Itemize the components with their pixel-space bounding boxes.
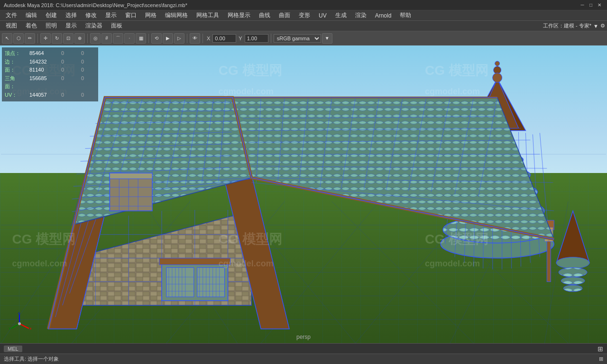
select-tool-btn[interactable]: ↖	[2, 33, 12, 44]
color-space-dropdown[interactable]: ▼	[322, 33, 332, 44]
snap-surface-btn[interactable]: ▦	[136, 33, 146, 44]
svg-marker-122	[556, 211, 589, 263]
ipr-btn[interactable]: ▷	[174, 33, 184, 44]
tab-lighting[interactable]: 照明	[42, 21, 61, 31]
main-viewport-area: CG 模型网 cgmodel.com CG 模型网 cgmodel.com CG…	[0, 46, 607, 364]
edges-value: 164232	[29, 58, 55, 66]
menu-uv[interactable]: UV	[315, 11, 331, 20]
faces-value: 81140	[29, 66, 55, 74]
vertices-value: 85464	[29, 49, 55, 58]
edges-col4: 0	[81, 58, 95, 66]
vertices-label: 顶点：	[5, 49, 24, 58]
svg-text:Y: Y	[9, 327, 11, 331]
svg-text:X: X	[29, 327, 31, 331]
toolbar: ↖ ⬡ ✏ ✛ ↻ ⊡ ⊕ ◎ # ⌒ · ▦ ⟲ ▶ ▷ 👁 X Y sRGB…	[0, 31, 607, 46]
paint-sel-btn[interactable]: ✏	[25, 33, 35, 44]
vertices-col4: 0	[81, 49, 95, 58]
history-btn[interactable]: ⟲	[151, 33, 162, 44]
snap-curve-btn[interactable]: ⌒	[113, 33, 123, 44]
status-right-icon[interactable]: ⊞	[599, 356, 603, 362]
sep4	[187, 34, 187, 43]
menu-edit-mesh[interactable]: 编辑网格	[161, 10, 192, 20]
menu-modify[interactable]: 修改	[82, 10, 101, 20]
translate-x-input[interactable]	[212, 34, 236, 43]
translate-x-label: X	[205, 36, 212, 41]
workspace-settings-icon[interactable]: ⚙	[600, 23, 605, 29]
menu-mesh-tools[interactable]: 网格工具	[193, 10, 223, 20]
uv-col3: 0	[61, 91, 75, 100]
menu-window[interactable]: 窗口	[121, 10, 140, 20]
house-model-svg	[0, 60, 607, 343]
menu-arnold[interactable]: Arnold	[371, 11, 395, 20]
menu-edit[interactable]: 编辑	[22, 10, 41, 20]
menu-surfaces[interactable]: 曲面	[275, 10, 294, 20]
svg-text:Z: Z	[18, 312, 20, 315]
close-button[interactable]: ✕	[596, 1, 603, 9]
workspace-dropdown-icon[interactable]: ▼	[593, 23, 598, 29]
title-bar: Autodesk Maya 2018: C:\Users\admin\Deskt…	[0, 0, 607, 10]
show-hide-btn[interactable]: 👁	[190, 33, 200, 44]
svg-point-125	[561, 277, 585, 284]
menu-cache[interactable]: 渲染	[351, 10, 370, 20]
menu-generate[interactable]: 生成	[331, 10, 350, 20]
menu-create[interactable]: 创建	[42, 10, 61, 20]
translate-y-input[interactable]	[245, 34, 268, 43]
tris-col3: 0	[61, 74, 75, 91]
tab-show[interactable]: 显示	[62, 21, 81, 31]
workspace-label: 工作区：建模 - 专家*	[543, 22, 591, 29]
svg-point-109	[493, 73, 502, 82]
svg-point-123	[556, 257, 589, 269]
snap-grid-btn[interactable]: #	[101, 33, 112, 44]
status-text: 选择工具: 选择一个对象	[4, 355, 599, 363]
uv-col4: 0	[81, 91, 95, 100]
command-input[interactable]	[24, 346, 598, 352]
tab-panels[interactable]: 面板	[107, 21, 126, 31]
menu-help[interactable]: 帮助	[396, 10, 415, 20]
faces-label: 面：	[5, 66, 24, 74]
universal-manip-btn[interactable]: ⊕	[74, 33, 85, 44]
faces-col3: 0	[61, 66, 75, 74]
menu-mesh[interactable]: 网格	[141, 10, 160, 20]
minimize-button[interactable]: ─	[579, 1, 586, 9]
scale-tool-btn[interactable]: ⊡	[63, 33, 74, 44]
menu-mesh-display[interactable]: 网格显示	[224, 10, 254, 20]
snap-point-btn[interactable]: ·	[124, 33, 135, 44]
viewport[interactable]: CG 模型网 cgmodel.com CG 模型网 cgmodel.com CG…	[0, 46, 607, 364]
menu-display[interactable]: 显示	[101, 10, 120, 20]
svg-point-107	[495, 61, 500, 66]
menu-curves[interactable]: 曲线	[255, 10, 274, 20]
soft-sel-btn[interactable]: ◎	[90, 33, 101, 44]
tris-value: 156685	[29, 74, 55, 91]
cmd-grid-icon[interactable]: ⊞	[598, 345, 603, 353]
tris-col4: 0	[81, 74, 95, 91]
menu-deform[interactable]: 变形	[295, 10, 314, 20]
tab-shading[interactable]: 着色	[22, 21, 41, 31]
window-controls: ─ □ ✕	[579, 1, 603, 9]
sep6	[271, 34, 271, 43]
color-space-select[interactable]: sRGB gamma	[274, 34, 321, 43]
sep1	[37, 34, 38, 43]
stats-panel: 顶点： 85464 0 0 边： 164232 0 0 面： 81140 0 0…	[2, 47, 98, 101]
svg-rect-40	[159, 258, 230, 265]
workspace-selector: 工作区：建模 - 专家* ▼ ⚙	[543, 22, 605, 29]
status-bar: 选择工具: 选择一个对象 ⊞	[0, 354, 607, 364]
script-lang-btn[interactable]: MEL	[4, 346, 22, 352]
sep5	[202, 34, 203, 43]
tab-view[interactable]: 视图	[2, 21, 21, 31]
svg-point-126	[563, 285, 582, 291]
maximize-button[interactable]: □	[587, 1, 595, 9]
tab-renderer[interactable]: 渲染器	[82, 21, 106, 31]
svg-rect-88	[110, 173, 152, 179]
render-btn[interactable]: ▶	[163, 33, 173, 44]
menu-select[interactable]: 选择	[62, 10, 81, 20]
sep3	[148, 34, 149, 43]
camera-label: persp	[296, 334, 311, 340]
move-tool-btn[interactable]: ✛	[40, 33, 51, 44]
menu-file[interactable]: 文件	[2, 10, 21, 20]
rotate-tool-btn[interactable]: ↻	[52, 33, 62, 44]
translate-y-label: Y	[237, 36, 243, 41]
lasso-tool-btn[interactable]: ⬡	[13, 33, 24, 44]
edges-col3: 0	[61, 58, 75, 66]
command-line[interactable]: MEL ⊞	[0, 343, 607, 354]
svg-rect-39	[197, 268, 225, 297]
